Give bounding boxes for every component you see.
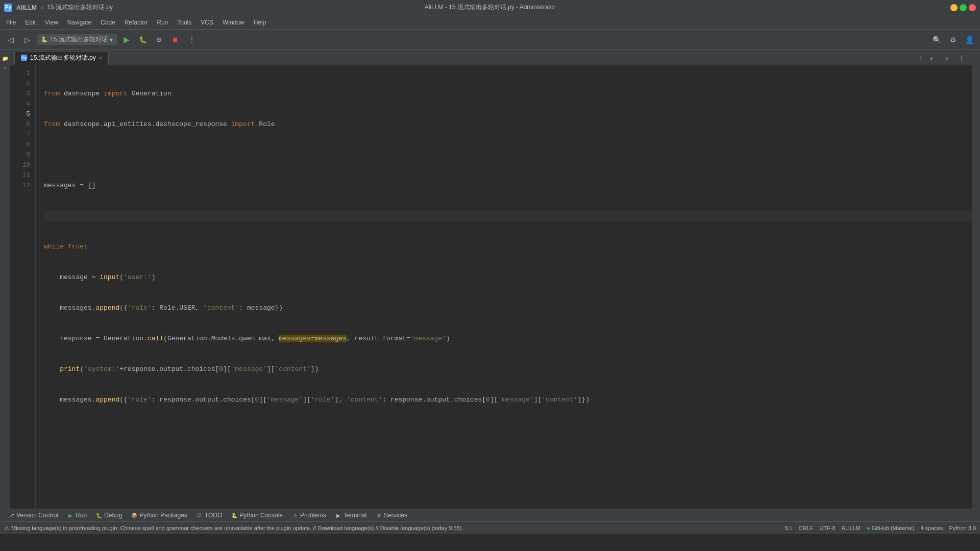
scroll-up-button[interactable]: ∧ (924, 52, 938, 65)
line-num-1: 1 (10, 68, 35, 79)
menu-item-view[interactable]: View (41, 17, 62, 28)
titlebar-left: Py AliLLM › 15.流式输出多轮对话.py (4, 3, 113, 12)
menu-item-window[interactable]: Window (218, 17, 249, 28)
line-num-2: 2 (10, 79, 35, 89)
window-title: AliLLM - 15.流式输出多轮对话.py - Administrator (425, 3, 556, 12)
close-button[interactable] (969, 4, 976, 11)
toolbar-forward-button[interactable]: ▷ (20, 33, 34, 46)
toolbar-back-button[interactable]: ◁ (4, 33, 17, 46)
line-num-6: 6 (10, 119, 35, 130)
terminal-label: Terminal (344, 512, 366, 519)
menu-item-refactor[interactable]: Refactor (120, 17, 152, 28)
warning-message: ⚠ Missing language(s) in proofreading pl… (4, 525, 461, 532)
code-line-4: messages = [] (44, 181, 972, 191)
file-breadcrumb: 15.流式输出多轮对话.py (47, 3, 113, 12)
line-numbers: 1 2 3 4 5 6 7 8 9 10 11 12 (10, 65, 36, 509)
run-panel-btn[interactable]: ▶ Run (63, 511, 91, 520)
vcs-branch[interactable]: ● GitHub (Material) (867, 525, 914, 531)
maximize-button[interactable] (960, 4, 967, 11)
todo-btn[interactable]: ☑ TODO (192, 511, 226, 520)
line-num-9: 9 (10, 150, 35, 160)
services-btn[interactable]: ⚙ Services (372, 511, 411, 520)
toolbar-left: ◁ ▷ 🐍 15.流式输出多轮对话 ▾ ▶ 🐛 ⊕ ⏹ ⋮ (4, 33, 199, 46)
statusbar-right: 5:1 CRLF UTF-8 ALiLLM ● GitHub (Material… (785, 525, 976, 531)
encoding[interactable]: UTF-8 (819, 525, 835, 531)
run-config-selector[interactable]: 🐍 15.流式输出多轮对话 ▾ (37, 34, 117, 45)
vcs-label: GitHub (Material) (872, 525, 915, 531)
debug-panel-icon: 🐛 (96, 512, 102, 518)
tab-more-button[interactable]: ⋮ (955, 52, 968, 65)
python-packages-btn[interactable]: 📦 Python Packages (127, 511, 191, 520)
menu-item-code[interactable]: Code (96, 17, 119, 28)
coverage-button[interactable]: ⊕ (153, 33, 166, 46)
tab-label: 15.流式输出多轮对话.py (30, 54, 96, 62)
code-line-1: from dashscope import Generation (44, 89, 972, 99)
run-config-label: 15.流式输出多轮对话 (50, 35, 108, 44)
editor-wrapper: Py 15.流式输出多轮对话.py × 1 ∧ ∨ ⋮ 1 2 3 4 5 6 (10, 50, 972, 509)
menu-item-run[interactable]: Run (153, 17, 172, 28)
menu-item-tools[interactable]: Tools (173, 17, 195, 28)
run-config-icon: 🐍 (41, 36, 48, 43)
problems-icon: ⚠ (292, 512, 298, 518)
menu-item-vcs[interactable]: VCS (197, 17, 217, 28)
statusbar-left: ⚠ Missing language(s) in proofreading pl… (4, 525, 461, 532)
line-num-8: 8 (10, 140, 35, 150)
cursor-position[interactable]: 5:1 (785, 525, 792, 531)
python-console-label: Python Console (239, 512, 283, 519)
language[interactable]: Python 3.9 (949, 525, 976, 531)
minimize-button[interactable] (950, 4, 958, 11)
tab-close-button[interactable]: × (99, 55, 102, 61)
project-icon[interactable]: 📁 (1, 54, 9, 62)
more-button[interactable]: ⋮ (185, 33, 199, 46)
line-separator[interactable]: CRLF (799, 525, 814, 531)
todo-icon: ☑ (197, 512, 203, 518)
user-button[interactable]: 👤 (963, 33, 976, 46)
menu-item-help[interactable]: Help (250, 17, 271, 28)
scroll-down-button[interactable]: ∨ (940, 52, 953, 65)
debug-button[interactable]: 🐛 (136, 33, 150, 46)
problems-btn[interactable]: ⚠ Problems (288, 511, 330, 520)
structure-icon[interactable]: ≡ (1, 64, 9, 72)
menu-item-edit[interactable]: Edit (21, 17, 40, 28)
line-counter: 1 (919, 55, 922, 61)
debug-panel-btn[interactable]: 🐛 Debug (92, 511, 126, 520)
main-layout: 📁 ≡ Py 15.流式输出多轮对话.py × 1 ∧ ∨ ⋮ 1 (0, 50, 980, 509)
terminal-btn[interactable]: ▶ Terminal (331, 511, 371, 520)
line-num-10: 10 (10, 160, 35, 170)
bottom-panel: ⎇ Version Control ▶ Run 🐛 Debug 📦 Python… (0, 509, 980, 521)
tab-bar-left: Py 15.流式输出多轮对话.py × (14, 51, 109, 65)
app-title: AliLLM (16, 4, 37, 11)
stop-button[interactable]: ⏹ (169, 33, 182, 46)
theme[interactable]: ALiLLM (842, 525, 861, 531)
code-content[interactable]: from dashscope import Generation from da… (36, 65, 972, 509)
code-line-8: messages.append({'role': Role.USER, 'con… (44, 303, 972, 313)
tab-bar: Py 15.流式输出多轮对话.py × 1 ∧ ∨ ⋮ (10, 50, 972, 65)
version-control-label: Version Control (16, 512, 58, 519)
menubar: FileEditViewNavigateCodeRefactorRunTools… (0, 15, 980, 30)
line-num-4: 4 (10, 99, 35, 109)
run-panel-label: Run (76, 512, 87, 519)
line-num-3: 3 (10, 89, 35, 99)
search-button[interactable]: 🔍 (930, 33, 943, 46)
menu-item-file[interactable]: File (2, 17, 20, 28)
breadcrumb-sep: › (41, 4, 43, 11)
toolbar: ◁ ▷ 🐍 15.流式输出多轮对话 ▾ ▶ 🐛 ⊕ ⏹ ⋮ 🔍 ⚙ 👤 (0, 30, 980, 50)
settings-button[interactable]: ⚙ (946, 33, 960, 46)
version-control-btn[interactable]: ⎇ Version Control (4, 511, 62, 520)
indent[interactable]: 4 spaces (920, 525, 943, 531)
code-line-6: while True: (44, 242, 972, 252)
python-packages-label: Python Packages (139, 512, 187, 519)
terminal-icon: ▶ (335, 512, 341, 518)
run-panel-icon: ▶ (67, 512, 74, 518)
python-console-btn[interactable]: 🐍 Python Console (227, 511, 287, 520)
line-num-5: 5 (10, 109, 35, 119)
python-packages-icon: 📦 (131, 512, 137, 518)
python-console-icon: 🐍 (231, 512, 237, 518)
active-tab[interactable]: Py 15.流式输出多轮对话.py × (14, 51, 109, 65)
menu-item-navigate[interactable]: Navigate (63, 17, 95, 28)
run-button[interactable]: ▶ (120, 33, 133, 46)
vcs-dot: ● (867, 525, 870, 531)
code-line-2: from dashscope.api_entities.dashscope_re… (44, 119, 972, 130)
code-editor[interactable]: 1 2 3 4 5 6 7 8 9 10 11 12 from dashscop… (10, 65, 972, 509)
app-icon: Py (4, 4, 12, 12)
